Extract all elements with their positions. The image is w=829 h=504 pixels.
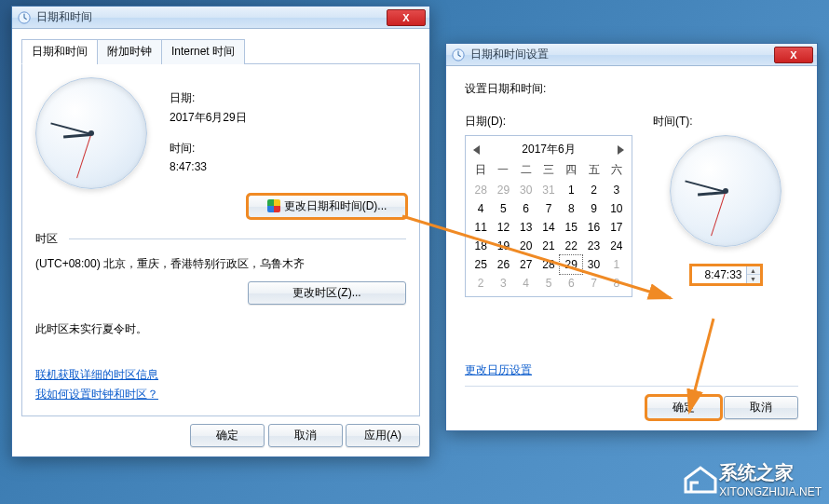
- calendar-weekday: 二: [515, 159, 537, 181]
- calendar-day[interactable]: 30: [515, 181, 537, 199]
- calendar-day[interactable]: 7: [537, 199, 560, 218]
- time-spinner[interactable]: ▲ ▼: [691, 266, 761, 284]
- next-month-button[interactable]: [618, 145, 624, 155]
- ok-button[interactable]: 确定: [646, 396, 721, 419]
- calendar-day[interactable]: 29: [560, 255, 582, 274]
- calendar-day[interactable]: 2: [469, 274, 492, 293]
- calendar-day[interactable]: 23: [582, 237, 605, 255]
- time-input[interactable]: [692, 266, 746, 283]
- watermark-name: 系统之家: [719, 460, 822, 485]
- calendar-day[interactable]: 17: [605, 218, 628, 237]
- calendar-day[interactable]: 29: [492, 181, 514, 199]
- calendar-day[interactable]: 16: [582, 218, 605, 237]
- link-tz-info[interactable]: 联机获取详细的时区信息: [35, 368, 158, 381]
- time-field-label: 时间(T):: [653, 114, 798, 129]
- ok-button[interactable]: 确定: [190, 424, 265, 447]
- calendar-weekday: 三: [537, 159, 560, 181]
- calendar-day[interactable]: 25: [469, 255, 492, 274]
- calendar-day[interactable]: 8: [560, 199, 582, 218]
- tab-datetime[interactable]: 日期和时间: [21, 39, 98, 64]
- dialog1-title: 日期和时间: [36, 9, 92, 25]
- close-button[interactable]: X: [387, 9, 426, 26]
- calendar-day[interactable]: 19: [492, 237, 514, 255]
- calendar-day[interactable]: 18: [469, 237, 492, 255]
- calendar-day[interactable]: 28: [469, 181, 492, 199]
- calendar-weekday: 五: [582, 159, 605, 181]
- prev-month-button[interactable]: [473, 145, 480, 155]
- dialog1-titlebar: 日期和时间 X: [12, 7, 429, 29]
- analog-clock: [670, 135, 781, 247]
- calendar-day[interactable]: 21: [537, 237, 560, 255]
- calendar-day[interactable]: 9: [582, 199, 605, 218]
- calendar-day[interactable]: 12: [492, 218, 514, 237]
- change-timezone-button[interactable]: 更改时区(Z)...: [248, 281, 406, 305]
- dst-note: 此时区未实行夏令时。: [35, 321, 406, 337]
- dialog2-subtitle: 设置日期和时间:: [465, 81, 798, 97]
- cancel-button[interactable]: 取消: [724, 396, 798, 419]
- calendar-day[interactable]: 6: [560, 274, 582, 293]
- change-datetime-button[interactable]: 更改日期和时间(D)...: [248, 195, 406, 218]
- calendar-weekday: 一: [492, 159, 514, 181]
- calendar-day[interactable]: 15: [560, 218, 582, 237]
- calendar-day[interactable]: 1: [560, 181, 582, 199]
- calendar-weekday: 六: [605, 159, 628, 181]
- calendar-day[interactable]: 24: [605, 237, 628, 255]
- calendar-day[interactable]: 6: [515, 199, 537, 218]
- spin-up-button[interactable]: ▲: [747, 266, 760, 275]
- calendar-day[interactable]: 10: [605, 199, 628, 218]
- calendar-day[interactable]: 26: [492, 255, 514, 274]
- calendar-day[interactable]: 30: [582, 255, 605, 274]
- calendar-day[interactable]: 5: [492, 199, 514, 218]
- calendar-month: 2017年6月: [522, 142, 575, 157]
- calendar-day[interactable]: 5: [537, 274, 560, 293]
- calendar-weekday: 四: [560, 159, 582, 181]
- date-field-label: 日期(D):: [465, 114, 632, 129]
- datetime-icon: [18, 11, 31, 24]
- dialog2-title: 日期和时间设置: [470, 47, 549, 62]
- link-how-to-set[interactable]: 我如何设置时钟和时区？: [35, 388, 158, 401]
- calendar-day[interactable]: 28: [537, 255, 560, 274]
- timezone-header: 时区: [35, 231, 58, 247]
- calendar-day[interactable]: 2: [582, 181, 605, 199]
- date-value: 2017年6月29日: [170, 110, 247, 126]
- time-value: 8:47:33: [170, 160, 247, 173]
- tab-additional-clocks[interactable]: 附加时钟: [97, 39, 162, 64]
- calendar-day[interactable]: 4: [469, 199, 492, 218]
- calendar-day[interactable]: 31: [537, 181, 560, 199]
- calendar-day[interactable]: 1: [605, 255, 628, 274]
- calendar-day[interactable]: 20: [515, 237, 537, 255]
- calendar-day[interactable]: 3: [605, 181, 628, 199]
- calendar-day[interactable]: 3: [492, 274, 514, 293]
- change-calendar-settings-link[interactable]: 更改日历设置: [465, 363, 532, 376]
- calendar-day[interactable]: 13: [515, 218, 537, 237]
- cancel-button[interactable]: 取消: [268, 424, 343, 447]
- date-label: 日期:: [170, 90, 247, 106]
- calendar-day[interactable]: 4: [515, 274, 537, 293]
- analog-clock: [35, 77, 147, 189]
- calendar-day[interactable]: 8: [605, 274, 628, 293]
- calendar-day[interactable]: 14: [537, 218, 560, 237]
- calendar-day[interactable]: 11: [469, 218, 492, 237]
- calendar-day[interactable]: 22: [560, 237, 582, 255]
- close-button[interactable]: X: [774, 47, 813, 63]
- spin-down-button[interactable]: ▼: [747, 275, 760, 283]
- time-label: 时间:: [170, 141, 247, 157]
- datetime-icon: [452, 48, 465, 61]
- calendar-day[interactable]: 7: [582, 274, 605, 293]
- watermark: 系统之家 XITONGZHIJIA.NET: [682, 460, 822, 498]
- watermark-url: XITONGZHIJIA.NET: [719, 485, 822, 498]
- calendar[interactable]: 2017年6月 日一二三四五六 282930311234567891011121…: [465, 135, 632, 297]
- apply-button[interactable]: 应用(A): [346, 424, 420, 447]
- dialog2-titlebar: 日期和时间设置 X: [446, 44, 817, 66]
- calendar-day[interactable]: 27: [515, 255, 537, 274]
- calendar-weekday: 日: [469, 159, 492, 181]
- timezone-value: (UTC+08:00) 北京，重庆，香港特别行政区，乌鲁木齐: [35, 256, 406, 272]
- tab-internet-time[interactable]: Internet 时间: [161, 39, 245, 64]
